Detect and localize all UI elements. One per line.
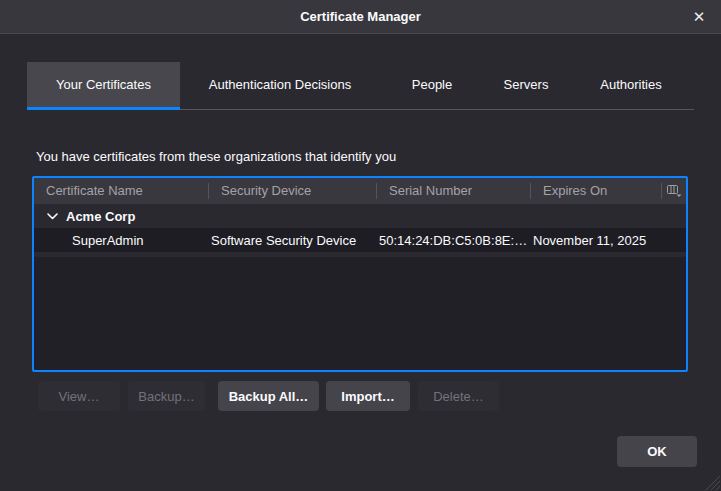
titlebar: Certificate Manager ✕ bbox=[0, 0, 721, 34]
table-header: Certificate Name Security Device Serial … bbox=[34, 178, 686, 204]
dialog-title: Certificate Manager bbox=[300, 9, 421, 24]
import-button[interactable]: Import… bbox=[326, 381, 410, 411]
resize-grip[interactable] bbox=[702, 472, 720, 490]
column-header-certificate-name[interactable]: Certificate Name bbox=[34, 178, 209, 204]
view-button[interactable]: View… bbox=[38, 381, 120, 411]
tab-label: Authentication Decisions bbox=[209, 77, 351, 92]
tab-label: Servers bbox=[504, 77, 549, 92]
delete-button[interactable]: Delete… bbox=[418, 381, 499, 411]
tab-servers[interactable]: Servers bbox=[484, 62, 568, 110]
column-header-serial-number[interactable]: Serial Number bbox=[377, 178, 531, 204]
cell-certificate-name: SuperAdmin bbox=[34, 233, 209, 248]
column-picker-button[interactable] bbox=[662, 178, 686, 204]
column-header-expires-on[interactable]: Expires On bbox=[531, 178, 662, 204]
chevron-down-icon[interactable] bbox=[47, 213, 58, 220]
tab-label: People bbox=[412, 77, 452, 92]
tab-your-certificates[interactable]: Your Certificates bbox=[27, 62, 180, 110]
description-text: You have certificates from these organiz… bbox=[36, 149, 396, 164]
tab-label: Authorities bbox=[600, 77, 661, 92]
cell-security-device: Software Security Device bbox=[209, 233, 377, 248]
tab-label: Your Certificates bbox=[56, 77, 151, 92]
table-row-group-acme-corp[interactable]: Acme Corp bbox=[34, 204, 686, 228]
column-picker-icon bbox=[667, 185, 682, 197]
alternating-row-stripe bbox=[34, 252, 686, 257]
cell-serial-number: 50:14:24:DB:C5:0B:8E:… bbox=[377, 233, 531, 248]
column-header-security-device[interactable]: Security Device bbox=[209, 178, 377, 204]
ok-button[interactable]: OK bbox=[617, 436, 697, 467]
cell-expires-on: November 11, 2025 bbox=[531, 233, 662, 248]
tab-bar: Your Certificates Authentication Decisio… bbox=[27, 62, 694, 110]
tab-authorities[interactable]: Authorities bbox=[568, 62, 694, 110]
tab-people[interactable]: People bbox=[380, 62, 484, 110]
close-icon[interactable]: ✕ bbox=[685, 0, 713, 34]
backup-button[interactable]: Backup… bbox=[128, 381, 205, 411]
tab-authentication-decisions[interactable]: Authentication Decisions bbox=[180, 62, 380, 110]
certificates-table: Certificate Name Security Device Serial … bbox=[32, 176, 688, 372]
table-row-superadmin[interactable]: SuperAdmin Software Security Device 50:1… bbox=[34, 228, 686, 252]
certificate-manager-dialog: Certificate Manager ✕ Your Certificates … bbox=[0, 0, 721, 491]
group-name: Acme Corp bbox=[66, 209, 135, 224]
backup-all-button[interactable]: Backup All… bbox=[218, 381, 319, 411]
